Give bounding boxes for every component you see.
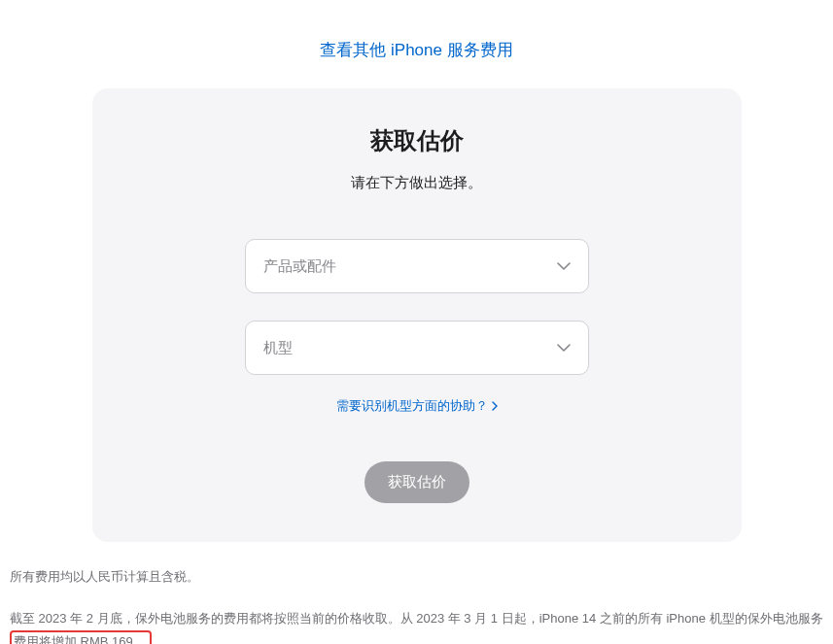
- product-select-placeholder: 产品或配件: [263, 257, 336, 276]
- footer-line-2-part1: 截至 2023 年 2 月底，保外电池服务的费用都将按照当前的价格收取。从 20…: [10, 611, 823, 626]
- chevron-right-icon: [492, 401, 498, 411]
- estimate-card: 获取估价 请在下方做出选择。 产品或配件 机型 需要识别机型方面的协助？ 获取估…: [92, 88, 742, 542]
- card-subtitle: 请在下方做出选择。: [131, 174, 703, 192]
- chevron-down-icon: [557, 262, 571, 270]
- model-select[interactable]: 机型: [245, 321, 589, 375]
- view-other-services-link[interactable]: 查看其他 iPhone 服务费用: [320, 41, 512, 59]
- identify-model-help-link[interactable]: 需要识别机型方面的协助？: [336, 397, 498, 415]
- get-estimate-button[interactable]: 获取估价: [364, 461, 469, 503]
- product-select[interactable]: 产品或配件: [245, 239, 589, 293]
- footer-notes: 所有费用均以人民币计算且含税。 截至 2023 年 2 月底，保外电池服务的费用…: [0, 565, 833, 644]
- footer-line-1: 所有费用均以人民币计算且含税。: [10, 565, 823, 588]
- help-link-text: 需要识别机型方面的协助？: [336, 397, 488, 415]
- chevron-down-icon: [557, 344, 571, 352]
- model-select-placeholder: 机型: [263, 339, 293, 357]
- price-increase-highlight: 费用将增加 RMB 169。: [10, 630, 152, 644]
- card-title: 获取估价: [131, 125, 703, 156]
- footer-line-2: 截至 2023 年 2 月底，保外电池服务的费用都将按照当前的价格收取。从 20…: [10, 607, 823, 644]
